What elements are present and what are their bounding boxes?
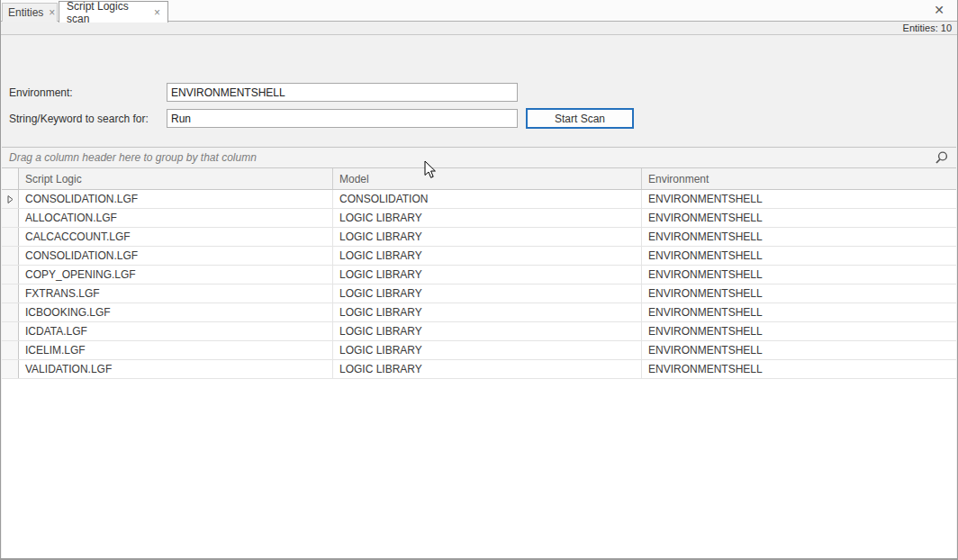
table-row[interactable]: ICELIM.LGFLOGIC LIBRARYENVIRONMENTSHELL bbox=[2, 341, 956, 360]
cell-script-logic[interactable]: ALLOCATION.LGF bbox=[19, 209, 333, 227]
table-row[interactable]: ALLOCATION.LGFLOGIC LIBRARYENVIRONMENTSH… bbox=[2, 209, 956, 228]
row-indicator bbox=[2, 341, 19, 359]
cell-model[interactable]: LOGIC LIBRARY bbox=[333, 303, 642, 321]
table-row[interactable]: CALCACCOUNT.LGFLOGIC LIBRARYENVIRONMENTS… bbox=[2, 228, 956, 247]
pane-close-icon[interactable]: ✕ bbox=[932, 3, 946, 17]
search-icon[interactable] bbox=[934, 150, 949, 166]
cell-environment[interactable]: ENVIRONMENTSHELL bbox=[642, 247, 956, 265]
tab-entities-label: Entities bbox=[8, 6, 43, 19]
cell-environment[interactable]: ENVIRONMENTSHELL bbox=[642, 228, 956, 246]
row-indicator bbox=[2, 360, 19, 378]
grid-header-row: Script Logic Model Environment bbox=[2, 168, 956, 190]
cell-script-logic[interactable]: CALCACCOUNT.LGF bbox=[19, 228, 333, 246]
tab-strip: Entities × Script Logics scan × ✕ bbox=[1, 0, 957, 22]
cell-model[interactable]: LOGIC LIBRARY bbox=[333, 322, 642, 340]
table-row[interactable]: CONSOLIDATION.LGFLOGIC LIBRARYENVIRONMEN… bbox=[2, 247, 956, 266]
environment-input[interactable] bbox=[167, 83, 518, 102]
scan-panel: Environment: String/Keyword to search fo… bbox=[1, 35, 957, 558]
cell-model[interactable]: LOGIC LIBRARY bbox=[333, 266, 642, 284]
group-by-panel[interactable]: Drag a column header here to group by th… bbox=[2, 148, 956, 168]
cell-model[interactable]: LOGIC LIBRARY bbox=[333, 228, 642, 246]
cell-script-logic[interactable]: CONSOLIDATION.LGF bbox=[19, 190, 333, 208]
cell-script-logic[interactable]: ICDATA.LGF bbox=[19, 322, 333, 340]
tab-entities-close-icon[interactable]: × bbox=[43, 7, 55, 18]
cell-model[interactable]: LOGIC LIBRARY bbox=[333, 360, 642, 378]
cell-script-logic[interactable]: CONSOLIDATION.LGF bbox=[19, 247, 333, 265]
table-row[interactable]: FXTRANS.LGFLOGIC LIBRARYENVIRONMENTSHELL bbox=[2, 285, 956, 303]
environment-label: Environment: bbox=[9, 86, 73, 99]
app-window: Entities × Script Logics scan × ✕ Entiti… bbox=[0, 0, 958, 560]
cell-script-logic[interactable]: VALIDATION.LGF bbox=[19, 360, 333, 378]
cell-script-logic[interactable]: ICBOOKING.LGF bbox=[19, 303, 333, 321]
cell-model[interactable]: LOGIC LIBRARY bbox=[333, 209, 642, 227]
table-row[interactable]: VALIDATION.LGFLOGIC LIBRARYENVIRONMENTSH… bbox=[2, 360, 956, 379]
cell-model[interactable]: LOGIC LIBRARY bbox=[333, 247, 642, 265]
cell-model[interactable]: LOGIC LIBRARY bbox=[333, 285, 642, 303]
row-indicator bbox=[2, 266, 19, 284]
table-row[interactable]: ICBOOKING.LGFLOGIC LIBRARYENVIRONMENTSHE… bbox=[2, 303, 956, 322]
cell-environment[interactable]: ENVIRONMENTSHELL bbox=[642, 303, 956, 321]
row-indicator bbox=[2, 285, 19, 303]
keyword-input[interactable] bbox=[167, 109, 518, 128]
cell-script-logic[interactable]: ICELIM.LGF bbox=[19, 341, 333, 359]
start-scan-button[interactable]: Start Scan bbox=[526, 108, 634, 129]
focused-row-indicator-icon bbox=[2, 190, 19, 208]
cell-model[interactable]: LOGIC LIBRARY bbox=[333, 341, 642, 359]
table-row[interactable]: CONSOLIDATION.LGFCONSOLIDATIONENVIRONMEN… bbox=[2, 190, 956, 209]
cell-environment[interactable]: ENVIRONMENTSHELL bbox=[642, 322, 956, 340]
row-indicator bbox=[2, 228, 19, 246]
cell-environment[interactable]: ENVIRONMENTSHELL bbox=[642, 266, 956, 284]
tab-script-logics-scan-close-icon[interactable]: × bbox=[149, 7, 160, 18]
results-grid: Drag a column header here to group by th… bbox=[2, 147, 956, 558]
keyword-label: String/Keyword to search for: bbox=[9, 113, 149, 125]
row-indicator bbox=[2, 209, 19, 227]
entities-count-badge: Entities: 10 bbox=[903, 23, 952, 33]
table-row[interactable]: COPY_OPENING.LGFLOGIC LIBRARYENVIRONMENT… bbox=[2, 266, 956, 285]
group-by-hint: Drag a column header here to group by th… bbox=[9, 151, 257, 164]
cell-model[interactable]: CONSOLIDATION bbox=[333, 190, 642, 208]
tab-script-logics-scan-label: Script Logics scan bbox=[67, 0, 149, 25]
row-indicator bbox=[2, 247, 19, 265]
cell-environment[interactable]: ENVIRONMENTSHELL bbox=[642, 190, 956, 208]
row-indicator-header bbox=[2, 168, 19, 189]
cell-environment[interactable]: ENVIRONMENTSHELL bbox=[642, 360, 956, 378]
cell-environment[interactable]: ENVIRONMENTSHELL bbox=[642, 285, 956, 303]
cell-environment[interactable]: ENVIRONMENTSHELL bbox=[642, 341, 956, 359]
table-row[interactable]: ICDATA.LGFLOGIC LIBRARYENVIRONMENTSHELL bbox=[2, 322, 956, 341]
tab-script-logics-scan[interactable]: Script Logics scan × bbox=[59, 1, 168, 23]
cell-script-logic[interactable]: FXTRANS.LGF bbox=[19, 285, 333, 303]
column-header-environment[interactable]: Environment bbox=[642, 168, 956, 189]
grid-rows: CONSOLIDATION.LGFCONSOLIDATIONENVIRONMEN… bbox=[2, 190, 956, 379]
cell-environment[interactable]: ENVIRONMENTSHELL bbox=[642, 209, 956, 227]
row-indicator bbox=[2, 303, 19, 321]
row-indicator bbox=[2, 322, 19, 340]
cell-script-logic[interactable]: COPY_OPENING.LGF bbox=[19, 266, 333, 284]
column-header-model[interactable]: Model bbox=[333, 168, 642, 189]
tab-entities[interactable]: Entities × bbox=[2, 3, 58, 22]
column-header-script-logic[interactable]: Script Logic bbox=[19, 168, 333, 189]
